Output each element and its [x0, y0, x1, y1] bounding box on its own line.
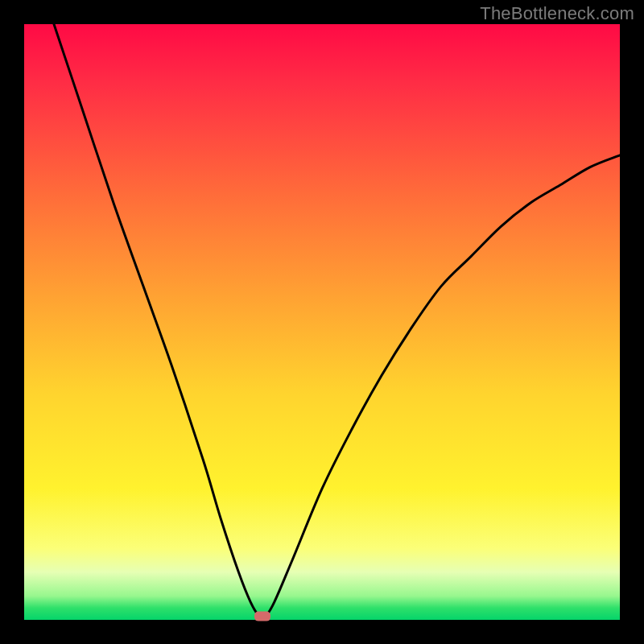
chart-curve-layer: [24, 24, 620, 620]
minimum-marker: [254, 612, 270, 621]
watermark-text: TheBottleneck.com: [480, 3, 634, 24]
bottleneck-curve: [54, 24, 620, 618]
chart-frame: TheBottleneck.com: [0, 0, 644, 644]
